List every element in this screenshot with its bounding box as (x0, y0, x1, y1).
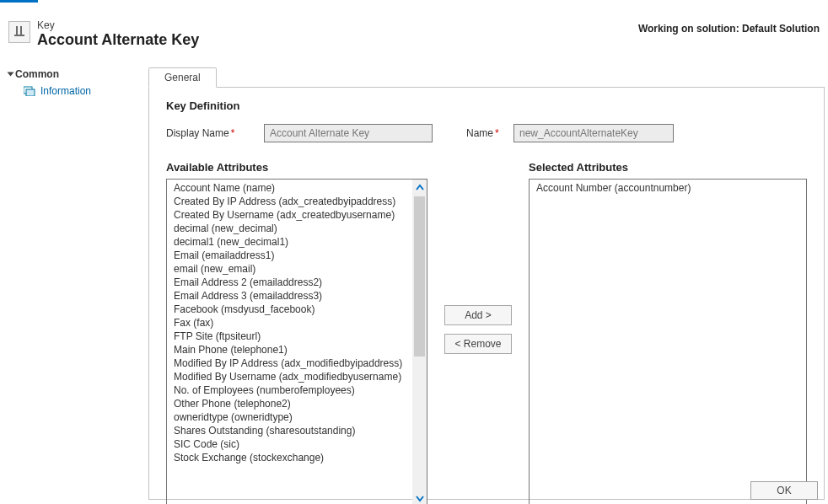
sidebar-section-common[interactable]: Common (8, 66, 140, 83)
list-item[interactable]: Facebook (msdyusd_facebook) (167, 303, 427, 316)
list-item[interactable]: SIC Code (sic) (167, 437, 427, 451)
scroll-thumb[interactable] (414, 196, 425, 357)
list-item[interactable]: Modified By Username (adx_modifiedbyuser… (167, 370, 427, 383)
collapse-icon (8, 72, 14, 77)
sidebar-section-label: Common (15, 68, 59, 80)
name-field[interactable] (513, 124, 674, 142)
svg-rect-2 (14, 35, 24, 36)
list-item[interactable]: email (new_email) (167, 262, 427, 276)
list-item[interactable]: Created By IP Address (adx_createdbyipad… (167, 195, 427, 208)
page-title: Account Alternate Key (37, 31, 199, 49)
scrollbar[interactable] (412, 180, 427, 504)
list-item[interactable]: owneridtype (owneridtype) (167, 410, 427, 424)
available-attributes-list[interactable]: Account Name (name)Created By IP Address… (166, 179, 427, 504)
list-item[interactable]: Shares Outstanding (sharesoutstanding) (167, 424, 427, 437)
svg-rect-1 (20, 26, 22, 35)
display-name-field[interactable] (264, 124, 433, 142)
section-title: Key Definition (166, 99, 807, 112)
scroll-up-icon[interactable] (412, 180, 427, 196)
list-item[interactable]: Email (emailaddress1) (167, 249, 427, 262)
list-item[interactable]: Email Address 2 (emailaddress2) (167, 276, 427, 289)
list-item[interactable]: Created By Username (adx_createdbyuserna… (167, 208, 427, 222)
list-item[interactable]: Fax (fax) (167, 316, 427, 330)
remove-button[interactable]: < Remove (444, 334, 512, 354)
svg-rect-4 (26, 89, 35, 96)
scroll-down-icon[interactable] (412, 490, 427, 504)
sidebar: Common Information (0, 66, 148, 504)
display-name-label: Display Name* (166, 127, 259, 139)
list-item[interactable]: Modified By IP Address (adx_modifiedbyip… (167, 357, 427, 370)
sidebar-item-information[interactable]: Information (8, 83, 140, 99)
list-item[interactable]: Account Number (accountnumber) (530, 181, 806, 195)
sidebar-item-label: Information (40, 85, 91, 97)
list-item[interactable]: decimal (new_decimal) (167, 222, 427, 235)
list-item[interactable]: Stock Exchange (stockexchange) (167, 451, 427, 464)
information-icon (24, 86, 35, 96)
list-item[interactable]: decimal1 (new_decimal1) (167, 235, 427, 249)
list-item[interactable]: Email Address 3 (emailaddress3) (167, 289, 427, 303)
list-item[interactable]: Other Phone (telephone2) (167, 397, 427, 410)
ok-button[interactable]: OK (750, 481, 818, 500)
list-item[interactable]: Main Phone (telephone1) (167, 343, 427, 357)
selected-attributes-list[interactable]: Account Number (accountnumber) (529, 179, 807, 504)
entity-type-label: Key (37, 19, 199, 31)
list-item[interactable]: No. of Employees (numberofemployees) (167, 383, 427, 397)
selected-attributes-heading: Selected Attributes (529, 161, 807, 174)
name-label: Name* (466, 127, 508, 139)
solution-label: Working on solution: Default Solution (638, 19, 820, 35)
key-icon (8, 21, 30, 43)
list-item[interactable]: Account Name (name) (167, 181, 427, 195)
available-attributes-heading: Available Attributes (166, 161, 427, 174)
list-item[interactable]: FTP Site (ftpsiteurl) (167, 330, 427, 343)
svg-rect-0 (16, 26, 18, 35)
add-button[interactable]: Add > (444, 305, 512, 325)
tab-general[interactable]: General (148, 67, 217, 88)
